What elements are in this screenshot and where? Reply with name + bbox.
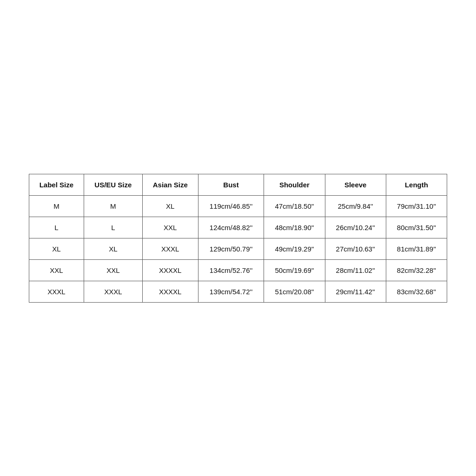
table-header-row: Label Size US/EU Size Asian Size Bust Sh… — [29, 174, 447, 195]
cell-asian_size: XXL — [142, 217, 198, 238]
table-row: LLXXL124cm/48.82''48cm/18.90''26cm/10.24… — [29, 217, 447, 238]
cell-shoulder: 49cm/19.29'' — [264, 238, 325, 259]
cell-bust: 139cm/54.72'' — [198, 281, 264, 302]
cell-sleeve: 27cm/10.63'' — [325, 238, 386, 259]
cell-shoulder: 50cm/19.69'' — [264, 259, 325, 281]
cell-sleeve: 29cm/11.42'' — [325, 281, 386, 302]
table-row: XLXLXXXL129cm/50.79''49cm/19.29''27cm/10… — [29, 238, 447, 259]
cell-bust: 134cm/52.76'' — [198, 259, 264, 281]
cell-us_eu_size: L — [84, 217, 142, 238]
cell-sleeve: 25cm/9.84'' — [325, 195, 386, 217]
table-row: XXLXXLXXXXL134cm/52.76''50cm/19.69''28cm… — [29, 259, 447, 281]
cell-shoulder: 47cm/18.50'' — [264, 195, 325, 217]
cell-sleeve: 28cm/11.02'' — [325, 259, 386, 281]
cell-us_eu_size: XXXL — [84, 281, 142, 302]
size-chart-container: Label Size US/EU Size Asian Size Bust Sh… — [29, 174, 447, 303]
cell-label_size: XXL — [29, 259, 84, 281]
cell-asian_size: XXXXL — [142, 259, 198, 281]
cell-shoulder: 48cm/18.90'' — [264, 217, 325, 238]
cell-asian_size: XL — [142, 195, 198, 217]
cell-bust: 129cm/50.79'' — [198, 238, 264, 259]
cell-label_size: XXXL — [29, 281, 84, 302]
cell-label_size: L — [29, 217, 84, 238]
cell-label_size: M — [29, 195, 84, 217]
cell-length: 82cm/32.28'' — [386, 259, 447, 281]
cell-length: 83cm/32.68'' — [386, 281, 447, 302]
size-chart-table: Label Size US/EU Size Asian Size Bust Sh… — [29, 174, 447, 303]
cell-us_eu_size: M — [84, 195, 142, 217]
cell-bust: 124cm/48.82'' — [198, 217, 264, 238]
table-row: MMXL119cm/46.85''47cm/18.50''25cm/9.84''… — [29, 195, 447, 217]
cell-length: 80cm/31.50'' — [386, 217, 447, 238]
header-length: Length — [386, 174, 447, 195]
cell-us_eu_size: XXL — [84, 259, 142, 281]
header-us-eu-size: US/EU Size — [84, 174, 142, 195]
cell-asian_size: XXXXL — [142, 281, 198, 302]
header-sleeve: Sleeve — [325, 174, 386, 195]
header-label-size: Label Size — [29, 174, 84, 195]
cell-bust: 119cm/46.85'' — [198, 195, 264, 217]
header-shoulder: Shoulder — [264, 174, 325, 195]
cell-us_eu_size: XL — [84, 238, 142, 259]
header-bust: Bust — [198, 174, 264, 195]
cell-length: 81cm/31.89'' — [386, 238, 447, 259]
cell-asian_size: XXXL — [142, 238, 198, 259]
cell-sleeve: 26cm/10.24'' — [325, 217, 386, 238]
cell-shoulder: 51cm/20.08'' — [264, 281, 325, 302]
cell-label_size: XL — [29, 238, 84, 259]
cell-length: 79cm/31.10'' — [386, 195, 447, 217]
header-asian-size: Asian Size — [142, 174, 198, 195]
table-row: XXXLXXXLXXXXL139cm/54.72''51cm/20.08''29… — [29, 281, 447, 302]
